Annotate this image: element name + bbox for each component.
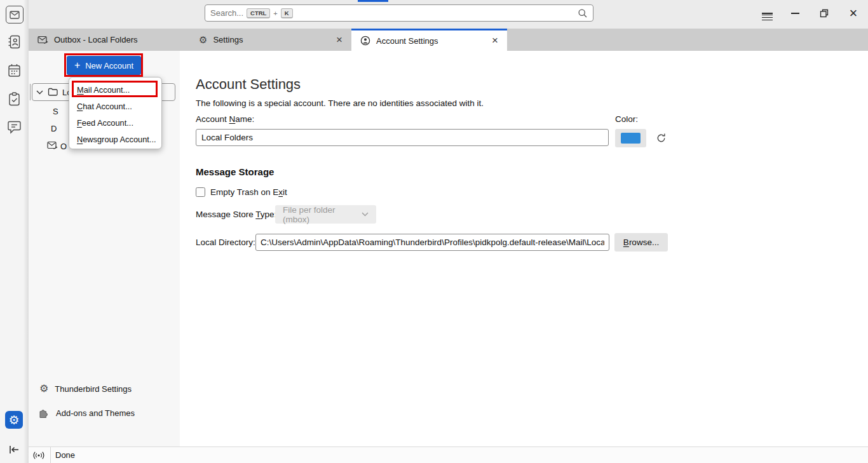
tasks-icon	[8, 92, 20, 106]
footer-label: Add-ons and Themes	[56, 408, 135, 418]
status-separator	[50, 447, 51, 463]
tab-label: Account Settings	[376, 36, 438, 46]
new-account-label: New Account	[85, 61, 133, 70]
global-search-input[interactable]: Search... CTRL + K	[205, 4, 593, 22]
thunderbird-settings-link[interactable]: Thunderbird Settings	[39, 384, 132, 394]
new-account-button[interactable]: + New Account	[67, 56, 141, 75]
message-storage-heading: Message Storage	[196, 166, 274, 177]
page-title: Account Settings	[196, 76, 301, 93]
status-text: Done	[55, 450, 75, 460]
close-tab-icon[interactable]	[489, 34, 501, 47]
k-key-badge: K	[281, 8, 293, 18]
calendar-icon	[8, 64, 21, 77]
collapse-arrow-icon	[8, 444, 20, 455]
menu-item-chat-account[interactable]: Chat Account...	[69, 98, 161, 114]
outgoing-server-icon	[47, 140, 58, 151]
account-settings-pane: Account Settings The following is a spec…	[180, 51, 868, 446]
tab-label: Outbox - Local Folders	[54, 35, 138, 44]
folder-icon	[48, 88, 58, 97]
tree-focus-line	[30, 84, 31, 100]
ctrl-key-badge: CTRL	[247, 8, 270, 18]
message-store-type-label: Message Store Type:	[196, 210, 276, 219]
tree-subitem-fragment[interactable]: S	[53, 107, 58, 116]
chat-icon	[7, 120, 22, 135]
color-swatch	[621, 133, 641, 144]
search-placeholder: Search...	[210, 8, 243, 18]
titlebar: Search... CTRL + K	[0, 0, 868, 29]
tree-item-outgoing-fragment[interactable]: O	[60, 142, 67, 151]
minimize-icon	[791, 13, 799, 14]
local-directory-input[interactable]	[255, 234, 609, 251]
tab-account-settings[interactable]: Account Settings	[351, 29, 507, 51]
address-book-icon	[8, 35, 21, 49]
menu-item-newsgroup-account[interactable]: Newsgroup Account...	[69, 131, 161, 147]
menu-item-mail-account[interactable]: Mail Account...	[69, 81, 161, 98]
addons-themes-link[interactable]: Add-ons and Themes	[38, 407, 135, 419]
empty-trash-label: Empty Trash on Exit	[210, 187, 287, 197]
chevron-down-icon	[36, 90, 43, 95]
empty-trash-checkbox[interactable]	[196, 187, 205, 197]
gear-icon	[199, 35, 207, 45]
message-store-type-select-disabled: File per folder (mbox)	[275, 205, 376, 224]
restore-icon	[820, 9, 829, 18]
spaces-toolbar	[0, 0, 29, 463]
thunderbird-window: Search... CTRL + K Outbox	[0, 0, 868, 463]
plus-icon: +	[74, 60, 80, 71]
select-value: File per folder (mbox)	[283, 205, 355, 224]
reset-color-icon[interactable]	[656, 133, 667, 144]
mail-space-button[interactable]	[6, 6, 24, 23]
app-menu-button[interactable]	[757, 3, 777, 23]
close-icon	[850, 5, 858, 22]
tree-subitem-fragment[interactable]: D	[51, 124, 57, 133]
account-color-swatch-button[interactable]	[615, 129, 646, 147]
chat-space-button[interactable]	[7, 120, 22, 135]
tab-label: Settings	[213, 35, 243, 44]
settings-space-button-active[interactable]	[5, 411, 23, 429]
address-book-space-button[interactable]	[8, 35, 21, 49]
restore-button[interactable]	[814, 3, 834, 23]
puzzle-icon	[38, 407, 50, 419]
color-label: Color:	[615, 114, 638, 124]
account-icon	[360, 36, 370, 46]
new-account-menu: Mail Account... Chat Account... Feed Acc…	[69, 77, 162, 149]
outbox-icon	[37, 35, 48, 45]
close-window-button[interactable]	[843, 3, 864, 23]
menu-item-feed-account[interactable]: Feed Account...	[69, 114, 161, 131]
local-directory-label: Local Directory:	[196, 238, 255, 247]
chevron-down-icon	[362, 212, 369, 217]
tab-accent-line	[358, 0, 388, 2]
gear-icon	[39, 384, 48, 394]
tasks-space-button[interactable]	[8, 92, 20, 106]
minimize-button[interactable]	[785, 3, 805, 23]
tab-outbox[interactable]: Outbox - Local Folders	[29, 29, 190, 51]
tab-settings[interactable]: Settings	[190, 29, 351, 51]
tab-bar: Outbox - Local Folders Settings Account …	[29, 29, 868, 51]
browse-button[interactable]: Browse...	[614, 233, 668, 252]
account-name-label: Account Name:	[196, 114, 254, 124]
close-tab-icon[interactable]	[334, 34, 345, 46]
footer-label: Thunderbird Settings	[55, 384, 132, 394]
status-bar: Done	[29, 446, 868, 463]
network-status-icon	[32, 450, 45, 460]
hamburger-icon	[762, 13, 773, 14]
collapse-spaces-button[interactable]	[7, 443, 21, 456]
special-account-description: The following is a special account. Ther…	[196, 98, 484, 108]
search-icon	[578, 8, 588, 18]
calendar-space-button[interactable]	[8, 64, 21, 77]
account-name-input[interactable]	[196, 129, 609, 146]
key-separator: +	[273, 10, 277, 17]
mail-icon	[10, 11, 20, 19]
